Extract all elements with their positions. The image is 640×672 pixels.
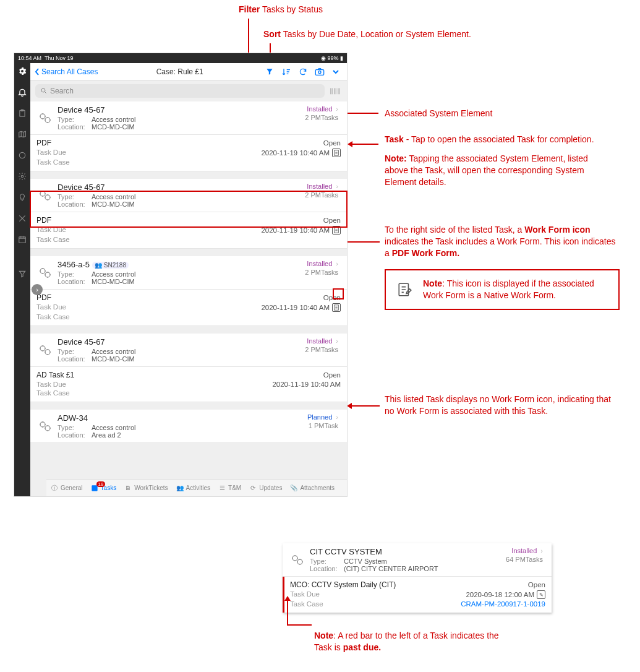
- status-badge: Installed: [307, 105, 332, 113]
- barcode-icon[interactable]: ⦀⦀⦀: [328, 85, 342, 97]
- task-row[interactable]: PDFOpen Task Due2020-11-19 10:40 AM Task…: [30, 290, 347, 326]
- disclose-button[interactable]: ›: [32, 284, 43, 295]
- svg-rect-6: [315, 69, 323, 75]
- tab-updates[interactable]: ⟳Updates: [245, 484, 286, 493]
- annotation-filter: Filter Tasks by Status: [239, 4, 323, 15]
- status-badge: Installed: [307, 337, 332, 345]
- gears-icon: [36, 183, 54, 208]
- chevron-right-icon: ›: [336, 260, 338, 267]
- tab-tasks[interactable]: 18Tasks: [87, 484, 121, 493]
- svg-point-20: [40, 422, 45, 427]
- phone-screenshot: 10:54 AM Thu Nov 19 ◉ 99% ▮ Search All C…: [14, 53, 348, 497]
- calendar-icon[interactable]: [17, 234, 28, 245]
- svg-point-18: [40, 346, 45, 351]
- svg-point-24: [297, 559, 302, 564]
- chevron-right-icon: ›: [540, 547, 543, 554]
- bulb-icon[interactable]: [17, 192, 28, 203]
- gears-icon: [36, 413, 54, 439]
- bottom-tabbar: ⓘGeneral 18Tasks 🗎WorkTickets 👥Activitie…: [46, 479, 347, 496]
- device-header[interactable]: Device 45-67 Type:Access control Locatio…: [30, 334, 347, 367]
- back-button[interactable]: Search All Cases: [34, 67, 98, 76]
- tools-icon[interactable]: [17, 213, 28, 224]
- svg-rect-17: [335, 305, 339, 310]
- svg-rect-11: [335, 150, 339, 155]
- chevron-right-icon: ›: [336, 413, 338, 421]
- native-form-icon: [397, 282, 413, 298]
- topbar: Search All Cases Case: Rule £1: [30, 63, 347, 80]
- svg-point-15: [40, 269, 45, 274]
- annotation-task: Task - Tap to open the associated Task f…: [385, 134, 613, 188]
- tab-general[interactable]: ⓘGeneral: [46, 484, 87, 493]
- task-row[interactable]: PDFOpen Task Due2020-11-19 10:40 AM Task…: [30, 135, 347, 171]
- device-name: ADW-34: [58, 413, 307, 423]
- task-row[interactable]: PDFOpen Task Due2020-11-19 10:40 AM Task…: [30, 212, 347, 249]
- more-button[interactable]: [328, 69, 343, 74]
- tab-attachments[interactable]: 📎Attachments: [286, 484, 338, 493]
- chevron-left-icon: [34, 68, 40, 75]
- gears-icon: [289, 547, 306, 572]
- status-badge: Planned: [307, 413, 332, 421]
- note-native-workform: Note: This icon is displayed if the asso…: [385, 269, 620, 310]
- svg-point-12: [40, 191, 45, 196]
- task-row[interactable]: AD Task £1Open Task Due2020-11-19 10:40 …: [30, 367, 347, 402]
- svg-point-21: [45, 426, 50, 431]
- pdf-form-icon: [332, 226, 341, 235]
- funnel-icon[interactable]: [17, 269, 28, 280]
- annotation-workform: To the right side of the listed Task, a …: [385, 224, 623, 259]
- search-input[interactable]: Search: [35, 84, 325, 98]
- annotation-pastdue-bar-arrow-v: [287, 601, 288, 626]
- status-badge: Installed: [511, 547, 537, 554]
- svg-point-23: [292, 556, 297, 561]
- map-icon[interactable]: [17, 129, 28, 140]
- svg-rect-22: [92, 485, 97, 491]
- status-badge: Installed: [307, 260, 332, 267]
- annotation-pastdue: Note: A red bar to the left of a Task in…: [314, 630, 512, 653]
- filter-button[interactable]: [262, 67, 278, 76]
- device-header[interactable]: Device 45-67 Type:Access control Locatio…: [30, 179, 347, 212]
- svg-rect-5: [19, 237, 26, 243]
- chevron-right-icon: ›: [336, 183, 338, 190]
- annotation-noworkform: This listed Task displays no Work Form i…: [385, 394, 617, 417]
- chevron-right-icon: ›: [336, 337, 338, 345]
- mini-device-name: CIT CCTV SYSTEM: [310, 547, 506, 556]
- annotation-workform-arrow: [348, 241, 380, 243]
- device-name: Device 45-67: [58, 105, 305, 114]
- past-due-indicator: [283, 577, 284, 613]
- svg-point-7: [318, 71, 321, 73]
- device-header[interactable]: 3456-a-5👥 SN2188 Type:Access control Loc…: [30, 256, 347, 290]
- sort-button[interactable]: [278, 67, 295, 76]
- device-name: Device 45-67: [58, 183, 305, 192]
- tab-worktickets[interactable]: 🗎WorkTickets: [120, 484, 171, 493]
- svg-point-4: [21, 175, 23, 178]
- circle-icon[interactable]: [17, 150, 28, 161]
- bell-icon[interactable]: [17, 87, 28, 98]
- tab-activities[interactable]: 👥Activities: [172, 484, 214, 493]
- task-case-link[interactable]: CRAM-PM-200917-1-0019: [461, 600, 545, 608]
- svg-rect-14: [335, 228, 339, 233]
- chevron-right-icon: ›: [336, 105, 338, 113]
- clipboard-icon[interactable]: [17, 108, 28, 119]
- native-form-icon: ✎: [537, 590, 545, 599]
- svg-point-16: [45, 272, 50, 277]
- pdf-form-icon: [332, 303, 341, 312]
- device-header[interactable]: ADW-34 Type:Access control Location:Area…: [30, 410, 347, 443]
- svg-point-9: [40, 114, 45, 119]
- annotation-sort: Sort Tasks by Due Date, Location or Syst…: [263, 28, 471, 40]
- gear-small-icon[interactable]: [17, 171, 28, 182]
- device-header[interactable]: Device 45-67 Type:Access control Locatio…: [30, 101, 347, 135]
- status-badge: Installed: [307, 183, 332, 190]
- annotation-pastdue-bar-arrow-h: [287, 624, 312, 626]
- gears-icon: [36, 105, 54, 131]
- task-list[interactable]: Device 45-67 Type:Access control Locatio…: [30, 101, 347, 496]
- search-bar: Search ⦀⦀⦀: [30, 80, 347, 101]
- tab-tm[interactable]: ☰T&M: [214, 484, 245, 493]
- main-content: Search All Cases Case: Rule £1 Search ⦀⦀…: [30, 63, 347, 496]
- search-icon: [40, 87, 48, 95]
- annotation-noworkform-arrow: [352, 405, 380, 407]
- mini-task-row[interactable]: MCO: CCTV System Daily (CIT)Open Task Du…: [283, 577, 552, 613]
- refresh-button[interactable]: [295, 67, 311, 76]
- serial-badge: 👥 SN2188: [92, 262, 129, 269]
- gear-icon[interactable]: [17, 66, 28, 77]
- gears-icon: [36, 260, 54, 285]
- camera-button[interactable]: [311, 67, 328, 76]
